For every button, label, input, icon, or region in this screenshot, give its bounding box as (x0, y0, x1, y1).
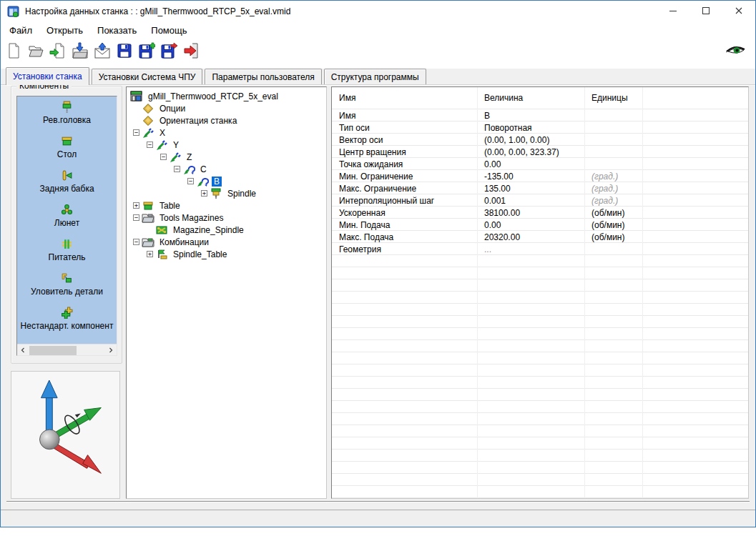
save-export-button[interactable] (159, 41, 179, 60)
property-grid: Имя Величина Единицы Имя B Тип оси Повор… (331, 86, 749, 499)
table-row[interactable]: Интерполяционный шаг 0.001 (град.) (332, 194, 748, 207)
tree-node[interactable]: + Table (127, 199, 326, 212)
tree-toggle[interactable]: − (160, 154, 167, 160)
property-value-cell[interactable]: Поворотная (477, 123, 584, 133)
tree-toggle[interactable]: − (147, 142, 153, 148)
component-item[interactable]: Задняя бабка (17, 165, 117, 199)
tree-node[interactable]: + Spindle_Table (127, 248, 326, 260)
component-item[interactable]: Рев.головка (17, 96, 117, 131)
table-row[interactable]: Макс. Подача 20320.00 (об/мин) (332, 231, 748, 243)
menu-item[interactable]: Файл (2, 24, 39, 37)
maximize-icon (702, 6, 710, 17)
table-row[interactable]: Вектор оси (0.00, 1.00, 0.00) (332, 134, 748, 146)
menu-item[interactable]: Показать (90, 24, 144, 37)
save-button[interactable] (115, 41, 134, 60)
table-row[interactable]: Тип оси Поворотная (332, 121, 748, 134)
property-value-cell[interactable]: 135.00 (477, 184, 584, 194)
open-file-button[interactable] (26, 41, 46, 60)
property-value-cell[interactable]: ... (477, 244, 584, 254)
table-row[interactable]: Макс. Ограничение 135.00 (град.) (332, 182, 748, 194)
component-item[interactable]: Стол (17, 131, 117, 165)
component-item[interactable]: Люнет (17, 199, 117, 234)
property-name-cell: Интерполяционный шаг (332, 196, 477, 206)
property-value-cell[interactable]: 0.001 (477, 196, 584, 206)
load-into-folder-button[interactable] (71, 41, 90, 60)
table-row[interactable]: Центр вращения (0.00, 0.00, 323.37) (332, 146, 748, 158)
tree-node[interactable]: Magazine_Spindle (127, 224, 326, 236)
property-value-cell[interactable]: 38100.00 (477, 208, 584, 218)
table-row[interactable]: Мин. Ограничение -135.00 (град.) (332, 170, 748, 182)
table-row[interactable]: Имя B (332, 109, 748, 121)
scroll-right-button[interactable] (105, 344, 117, 356)
table-row[interactable]: Мин. Подача 0.00 (об/мин) (332, 219, 748, 231)
property-value-cell[interactable]: (0.00, 1.00, 0.00) (477, 135, 584, 145)
new-document-button[interactable] (4, 41, 24, 60)
property-value-cell[interactable]: -135.00 (477, 172, 584, 182)
app-window: Настройка данных станка : : gMill_Thermw… (0, 0, 756, 527)
tree-toggle[interactable]: − (187, 178, 194, 184)
tab[interactable]: Установки станка (6, 67, 89, 85)
tree-toggle[interactable]: + (201, 190, 207, 197)
component-item[interactable]: Питатель (17, 234, 117, 268)
property-value-cell[interactable]: B (477, 111, 584, 121)
tree-node-label: Y (171, 140, 181, 150)
tree-toggle[interactable]: − (133, 239, 139, 245)
folder-combo-icon (142, 237, 154, 248)
spindle-icon (210, 188, 222, 199)
tree-node[interactable]: − X (127, 126, 326, 139)
tree-node[interactable]: − Комбинации (127, 236, 326, 248)
tree-toggle[interactable]: + (147, 251, 153, 257)
mail-import-button[interactable] (93, 41, 112, 60)
table-row[interactable]: Геометрия ... (332, 243, 748, 255)
column-header-units: Единицы (584, 93, 642, 103)
tree-toggle[interactable]: − (174, 166, 180, 172)
tree-node-label: Опции (157, 104, 187, 114)
eye-button[interactable] (725, 42, 747, 58)
tree-node[interactable]: + Spindle (127, 187, 326, 199)
close-button[interactable] (722, 1, 755, 22)
component-label: Задняя бабка (39, 184, 94, 194)
import-file-button[interactable] (49, 41, 68, 60)
tree-node[interactable]: − B (127, 175, 326, 187)
tree-node[interactable]: − Z (127, 151, 326, 163)
horizontal-scrollbar[interactable] (17, 344, 117, 355)
tree-node-label: Magazine_Spindle (171, 225, 246, 235)
save-add-button[interactable] (137, 41, 157, 60)
save-icon (116, 42, 134, 59)
tree-node[interactable]: − C (127, 163, 326, 175)
property-value-cell[interactable]: 0.00 (477, 159, 584, 169)
minimize-button[interactable] (657, 1, 689, 22)
tree-node[interactable]: − Y (127, 139, 326, 151)
table-row[interactable]: Точка ожидания 0.00 (332, 158, 748, 170)
tree-toggle[interactable]: − (133, 129, 139, 136)
exit-icon (182, 42, 200, 59)
table-row[interactable]: Ускоренная 38100.00 (об/мин) (332, 207, 748, 219)
property-value-cell[interactable]: 0.00 (477, 220, 584, 230)
tree-node[interactable]: Опции (127, 102, 326, 114)
tree-toggle[interactable]: − (133, 214, 139, 221)
tree-node-label: C (198, 164, 209, 174)
tab[interactable]: Установки Система ЧПУ (92, 69, 203, 84)
new-document-icon (5, 42, 23, 59)
component-item[interactable]: Нестандарт. компонент (17, 302, 117, 337)
scroll-left-button[interactable] (17, 344, 29, 356)
exit-button[interactable] (182, 41, 201, 60)
menu-item[interactable]: Помощь (144, 24, 194, 37)
axis-triad (11, 372, 119, 498)
property-value-cell[interactable]: (0.00, 0.00, 323.37) (477, 147, 584, 157)
mail-import-icon (94, 42, 112, 59)
custom-component-icon (61, 307, 73, 319)
component-item[interactable]: Уловитель детали (17, 268, 117, 302)
maximize-button[interactable] (689, 1, 722, 22)
tab[interactable]: Параметры пользователя (205, 69, 321, 84)
toolbar (1, 39, 755, 69)
tab[interactable]: Структура программы (324, 69, 426, 84)
tree-node[interactable]: gMill_Thermwood_RTCP_5x_eval (127, 90, 326, 102)
menu-item[interactable]: Открыть (39, 24, 90, 37)
tree-toggle[interactable]: + (133, 202, 139, 209)
tree-node[interactable]: Ориентация станка (127, 114, 326, 126)
scrollbar-thumb[interactable] (29, 346, 77, 355)
tree-node[interactable]: − Tools Magazines (127, 212, 326, 224)
folder-tools-icon (142, 212, 154, 224)
property-value-cell[interactable]: 20320.00 (477, 232, 584, 242)
